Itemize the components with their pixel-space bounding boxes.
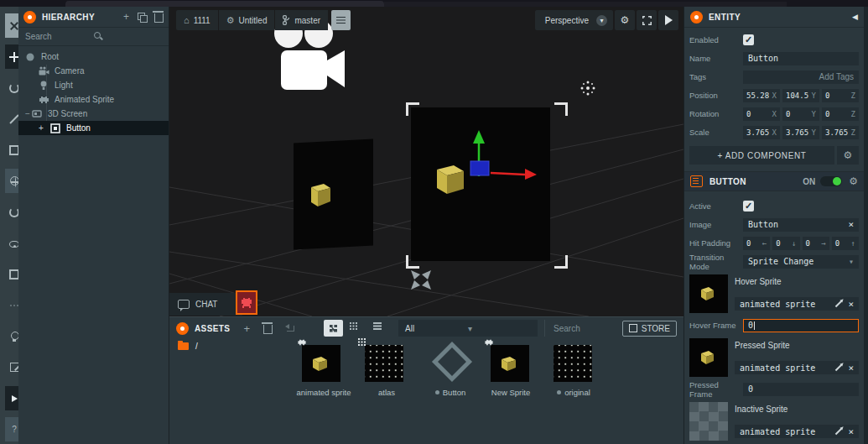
sprite-badge-icon [297, 338, 307, 348]
chat-tab[interactable]: CHAT [169, 293, 242, 316]
button-component-title: BUTTON [709, 177, 803, 186]
name-input[interactable]: Button [743, 52, 859, 65]
scale-x-input[interactable]: 3.765X [743, 126, 780, 139]
light-icon [39, 81, 49, 91]
rotation-x-input[interactable]: 0X [743, 107, 780, 121]
play-icon [665, 15, 673, 25]
gear-icon[interactable]: ⚙ [849, 175, 858, 187]
edit-pencil-icon[interactable] [835, 428, 842, 435]
view-small-grid-button[interactable] [346, 320, 365, 337]
playcanvas-editor: ? HIERARCHY + Search Root Camera [0, 0, 868, 444]
view-large-grid-button[interactable] [324, 320, 343, 337]
hierarchy-search-input[interactable]: Search [18, 27, 169, 46]
inactive-sprite-thumbnail[interactable] [689, 402, 728, 441]
yellow-cube-small [311, 184, 330, 206]
viewport-options-button[interactable] [331, 10, 351, 30]
asset-thumb-template-button[interactable] [432, 342, 472, 382]
fullscreen-button[interactable] [637, 10, 657, 30]
chevron-down-icon: ▾ [596, 15, 607, 26]
rotation-label: Rotation [689, 109, 743, 118]
asset-filter-value: All [405, 324, 468, 333]
entity-gear-button[interactable]: ⚙ [837, 146, 859, 165]
hit-padding-bottom-input[interactable]: 0↓ [772, 237, 799, 250]
inspector-scrollbar[interactable] [864, 7, 868, 444]
tree-item-button[interactable]: + Button [18, 121, 169, 135]
expand-toggle[interactable]: + [37, 123, 45, 133]
hit-padding-right-input[interactable]: 0→ [803, 237, 829, 250]
pressed-sprite-thumbnail[interactable] [689, 338, 728, 377]
enabled-checkbox[interactable]: ✓ [743, 34, 754, 45]
position-y-input[interactable]: 104.5Y [782, 89, 819, 102]
chevron-down-icon: ▾ [849, 257, 854, 266]
image-entity-field[interactable]: Button × [743, 218, 859, 232]
entity-logo-icon [690, 11, 703, 24]
element-icon [50, 123, 61, 133]
add-component-button[interactable]: + ADD COMPONENT [689, 146, 834, 165]
rotation-z-input[interactable]: 0Z [822, 107, 859, 121]
clear-sprite-icon[interactable]: × [848, 299, 854, 310]
add-asset-button[interactable]: + [243, 323, 250, 334]
active-checkbox[interactable]: ✓ [743, 201, 754, 212]
active-label: Active [689, 201, 743, 211]
pressed-sprite-field[interactable]: animated sprite × [735, 361, 859, 374]
duplicate-entity-button[interactable] [138, 13, 146, 21]
asset-search-input[interactable]: Search [544, 320, 614, 337]
tree-item-light[interactable]: Light [18, 78, 169, 92]
hover-frame-input[interactable]: 0 [743, 319, 859, 332]
viewport-3d[interactable]: ⌂ 1111 ⚙ Untitled master Perspective ▾ ⚙ [169, 7, 683, 316]
asset-label[interactable]: original [528, 388, 620, 397]
button-component-icon [690, 175, 703, 187]
tree-item-animated-sprite[interactable]: Animated Sprite [18, 92, 169, 107]
tree-item-root[interactable]: Root [18, 50, 169, 64]
animated-sprite-gizmo[interactable] [408, 269, 434, 291]
delete-entity-button[interactable] [154, 13, 164, 23]
asset-thumb-new-sprite[interactable] [491, 345, 529, 382]
inactive-sprite-field[interactable]: animated sprite × [735, 425, 859, 438]
asset-filter-dropdown[interactable]: All ▾ [398, 320, 538, 337]
launch-button[interactable] [658, 10, 678, 30]
hover-sprite-thumbnail[interactable] [689, 274, 728, 313]
branch-button[interactable]: master [275, 10, 328, 30]
camera-mode-dropdown[interactable]: Perspective ▾ [535, 10, 613, 30]
asset-thumb-original[interactable] [554, 345, 592, 382]
hit-padding-label: Hit Padding [689, 238, 743, 248]
edit-pencil-icon[interactable] [835, 364, 842, 371]
collapse-panel-icon[interactable]: ◀ [852, 13, 858, 21]
scene-settings-button[interactable]: ⚙ Untitled [219, 10, 275, 30]
delete-asset-button[interactable] [263, 325, 273, 334]
hit-padding-left-input[interactable]: 0← [743, 237, 770, 250]
rotation-y-input[interactable]: 0Y [782, 107, 819, 121]
hit-padding-top-input[interactable]: 0↑ [832, 237, 859, 250]
clear-sprite-icon[interactable]: × [848, 426, 854, 437]
entity-section-header[interactable]: ENTITY ◀ [684, 7, 864, 28]
gear-icon: ⚙ [621, 14, 630, 26]
asset-thumb-atlas[interactable] [365, 345, 403, 382]
tags-input[interactable]: Add Tags [743, 71, 859, 84]
hover-sprite-field[interactable]: animated sprite × [735, 297, 859, 311]
store-button[interactable]: STORE [622, 321, 677, 337]
tree-item-camera[interactable]: Camera [18, 64, 169, 78]
user-avatar[interactable] [236, 290, 257, 315]
pressed-frame-input[interactable]: 0 [743, 383, 859, 396]
replace-asset-button[interactable] [286, 324, 295, 332]
scale-y-input[interactable]: 3.765Y [782, 126, 819, 139]
clear-image-icon[interactable]: × [848, 219, 854, 230]
position-x-input[interactable]: 55.28X [743, 89, 780, 102]
add-entity-button[interactable]: + [123, 12, 129, 22]
light-gizmo[interactable] [586, 86, 590, 90]
project-button[interactable]: ⌂ 1111 [176, 10, 218, 30]
asset-path[interactable]: / [178, 342, 198, 351]
clear-sprite-icon[interactable]: × [848, 363, 854, 373]
button-component-header[interactable]: BUTTON ON ⚙ [684, 171, 864, 191]
position-z-input[interactable]: 0Z [822, 89, 859, 102]
view-list-button[interactable] [367, 320, 387, 337]
tree-item-3d-screen[interactable]: − 3D Screen [18, 107, 169, 121]
transition-mode-dropdown[interactable]: Sprite Change ▾ [743, 255, 859, 269]
entity-title: ENTITY [709, 13, 852, 22]
edit-pencil-icon[interactable] [835, 300, 842, 307]
asset-thumb-animated-sprite[interactable] [302, 345, 340, 382]
component-enabled-toggle[interactable] [820, 176, 842, 186]
scale-z-input[interactable]: 3.765Z [822, 126, 859, 139]
collapse-toggle[interactable]: − [23, 109, 32, 118]
viewport-settings-button[interactable]: ⚙ [615, 10, 635, 30]
